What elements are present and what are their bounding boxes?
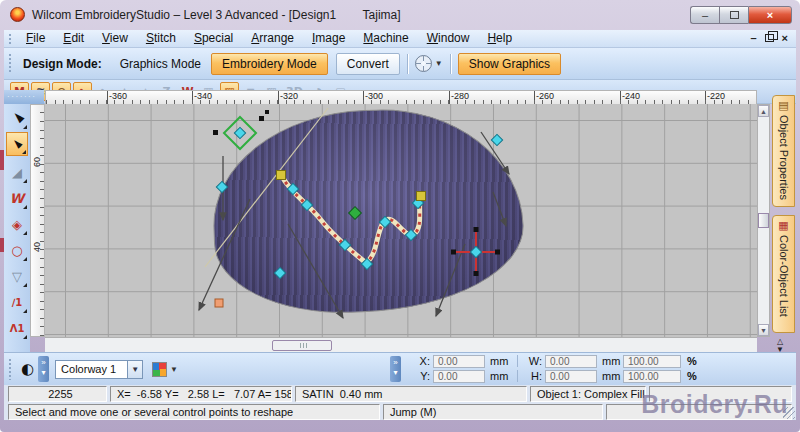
colorway-select-value: Colorway 1 [56,363,127,375]
vertical-ruler: 60 40 [30,104,45,337]
separator [407,54,408,74]
convert-button[interactable]: Convert [336,53,400,75]
w-label: W: [524,355,542,367]
show-graphics-button[interactable]: Show Graphics [458,53,561,75]
scale-y-input[interactable]: 100.00 [623,370,681,383]
globe-hoop-icon[interactable] [415,55,432,72]
mesh-reshape-tool[interactable]: ▽ [6,264,28,288]
reshape-overlay [45,104,757,337]
transform-panel: X: 0.00 mm W: 0.00 mm 100.00 % Y: 0.00 m… [412,353,792,384]
colorway-editor-caret[interactable]: ▼ [170,365,178,374]
app-flame-icon [10,7,25,22]
colorway-select[interactable]: Colorway 1 ▼ [55,360,143,379]
pointer-readout: X= -6.58 Y= 2.58 L= 7.07 A= 158.56 [110,386,292,402]
y-label: Y: [412,370,430,382]
toolbar-overflow-button[interactable]: » ▾ [390,356,401,382]
w-unit: mm [597,355,623,367]
design-mode-toolbar: Design Mode: Graphics Mode Embroidery Mo… [4,48,796,80]
colorway-dropdown-button[interactable]: ▼ [127,361,142,378]
design-mode-label: Design Mode: [23,57,102,71]
status-hint: Select and move one or several control p… [8,404,380,420]
scale-x-unit: % [681,355,697,367]
toolbar-grip[interactable] [8,33,13,45]
x-label: X: [412,355,430,367]
height-input[interactable]: 0.00 [545,370,597,383]
edge-accent [0,238,4,252]
menu-bar: File Edit View Stitch Special Arrange Im… [4,30,796,48]
exit-point-node[interactable] [215,299,223,307]
tab-object-properties[interactable]: ▤ Object Properties [772,95,795,207]
measure-tool[interactable]: ◢ [6,160,28,184]
graphics-mode-button[interactable]: Graphics Mode [110,54,211,74]
object-properties-icon: ▤ [778,99,788,112]
mdi-close-button[interactable]: × [782,32,788,44]
window-title: Wilcom EmbroideryStudio – Level 3 Advanc… [32,8,401,22]
globe-dropdown-caret[interactable]: ▼ [435,59,443,68]
minimize-button[interactable]: – [690,6,719,24]
maximize-button[interactable] [719,6,748,24]
horizontal-scrollbar-thumb[interactable] [272,340,332,351]
color-object-list-icon: ▦ [778,219,788,232]
menu-arrange[interactable]: Arrange [242,30,303,47]
title-bar[interactable]: Wilcom EmbroideryStudio – Level 3 Advanc… [0,0,800,30]
circle-arc-tool[interactable]: ○ [6,238,28,262]
stitch-type-readout: SATIN 0.40 mm [295,386,527,402]
ruler-corner-grip[interactable]: ∙∙∙∙∙∙∙ [4,90,44,104]
toolbar-grip[interactable] [8,53,13,75]
select-object-tool[interactable]: ► [6,106,28,130]
toolbox-palette: ► ► ◢ W ◈ ○ ▽ ∕1 Λ1 [4,104,30,352]
menu-special[interactable]: Special [185,30,242,47]
horizontal-ruler: -360 -340 -320 -300 -280 -260 -240 -220 [45,90,757,104]
x-input[interactable]: 0.00 [433,355,485,368]
application-window: Wilcom EmbroideryStudio – Level 3 Advanc… [0,0,800,432]
tab-color-object-list[interactable]: ▦ Color-Object List [772,215,795,333]
stitch-edit-tool[interactable]: Λ1 [6,316,28,340]
h-label: H: [524,370,542,382]
colorway-editor-icon[interactable] [152,362,167,377]
embroidery-mode-button[interactable]: Embroidery Mode [211,53,328,75]
scale-x-input[interactable]: 100.00 [623,355,681,368]
menu-file[interactable]: File [17,30,54,47]
toolbar-grip[interactable] [8,358,13,380]
menu-view[interactable]: View [93,30,137,47]
menu-machine[interactable]: Machine [354,30,417,47]
stitch-angle-path[interactable] [281,175,421,263]
design-colorway-icon[interactable]: ◐ [21,360,34,378]
reshape-object-tool[interactable]: ► [6,132,28,156]
x-unit: mm [485,355,511,367]
stitch-count: 2255 [8,386,107,402]
tab-label: Color-Object List [778,235,790,317]
menu-stitch[interactable]: Stitch [137,30,185,47]
mdi-restore-button[interactable] [765,34,774,42]
menu-edit[interactable]: Edit [54,30,93,47]
vertical-scrollbar-thumb[interactable] [758,213,769,228]
separator [450,54,451,74]
toolbar-overflow-button[interactable]: » ▾ [38,356,49,382]
y-input[interactable]: 0.00 [433,370,485,383]
horizontal-scrollbar[interactable] [45,337,757,352]
reshape-arrows [199,132,509,318]
tab-label: Object Properties [778,115,790,200]
h-unit: mm [597,370,623,382]
edge-accent [0,150,4,170]
penetrations-tool[interactable]: ∕1 [6,290,28,314]
freehand-embroidery-tool[interactable]: W [6,186,28,210]
mdi-minimize-button[interactable]: – [750,32,756,44]
entry-point-node[interactable] [349,207,362,220]
menu-help[interactable]: Help [478,30,521,47]
status-bar: 2255 X= -6.58 Y= 2.58 L= 7.07 A= 158.56 … [4,385,796,420]
maximize-icon [730,11,739,19]
selected-object-readout: Object 1: Complex Fill [530,386,646,402]
menu-image[interactable]: Image [303,30,354,47]
docked-panel-tabs: ▤ Object Properties ▦ Color-Object List … [770,95,796,352]
watermark: Broidery.Ru [641,390,788,419]
y-unit: mm [485,370,511,382]
design-canvas[interactable] [45,104,757,337]
vertical-scrollbar[interactable]: ▲ ▼ [757,104,770,337]
menu-window[interactable]: Window [418,30,479,47]
closed-object-tool[interactable]: ◈ [6,212,28,236]
width-input[interactable]: 0.00 [545,355,597,368]
scale-y-unit: % [681,370,697,382]
close-button[interactable]: × [748,6,792,24]
tool-hint: Jump (M) [383,404,603,420]
